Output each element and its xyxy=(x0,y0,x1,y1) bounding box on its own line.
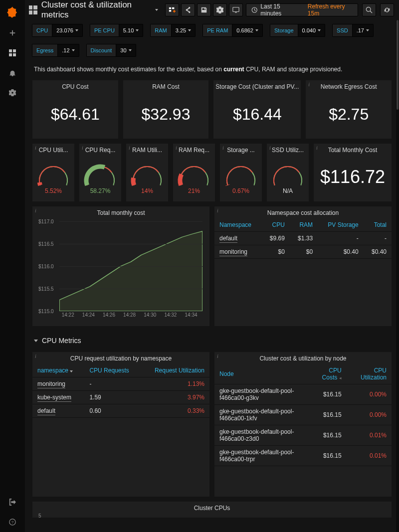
cell-cost: $16.15 xyxy=(308,446,347,466)
scrollbar[interactable] xyxy=(396,20,399,532)
var-value[interactable]: 3.25 xyxy=(171,24,196,37)
panel-gauge-storage[interactable]: iStorage ...0.67% xyxy=(219,143,262,202)
table-row[interactable]: gke-guestbook-default-pool-f466ca00-g3kv… xyxy=(214,384,392,405)
info-icon[interactable]: i xyxy=(35,145,36,151)
info-icon[interactable]: i xyxy=(216,82,217,87)
table-row[interactable]: gke-guestbook-default-pool-f466ca00-1kfv… xyxy=(214,405,392,425)
col-cpu-util[interactable]: CPU Utilization xyxy=(347,364,392,384)
info-icon[interactable]: i xyxy=(129,145,130,151)
col-cpu[interactable]: CPU xyxy=(262,218,290,232)
col-pv[interactable]: PV Storage xyxy=(318,218,364,232)
y-tick: 5 xyxy=(38,513,41,519)
col-namespace[interactable]: Namespace xyxy=(214,218,262,232)
panel-cluster-cpus[interactable]: Cluster CPUs 5 xyxy=(32,501,392,518)
cell-namespace[interactable]: kube-system xyxy=(32,391,84,404)
panel-gauge-ram-req[interactable]: iRAM Req...21% xyxy=(173,143,215,202)
dashboard-title[interactable]: Cluster cost & utilization metrics xyxy=(41,0,158,20)
var-value[interactable]: 0.6862 xyxy=(232,24,263,37)
panel-gauge-ram-util[interactable]: iRAM Utili...14% xyxy=(126,143,169,202)
info-icon[interactable]: i xyxy=(35,208,36,213)
panel-cpu-cost[interactable]: CPU Cost $64.61 xyxy=(32,80,119,139)
refresh-button[interactable] xyxy=(380,3,394,16)
var-value[interactable]: .17 xyxy=(352,24,374,37)
table-row[interactable]: kube-system1.593.97% xyxy=(32,391,209,404)
table-row[interactable]: monitoring-1.13% xyxy=(32,377,209,391)
panel-cost-by-node[interactable]: i Cluster cost & utilization by node Nod… xyxy=(214,352,392,497)
col-cpu-costs[interactable]: CPU Costs ◂ xyxy=(308,364,347,384)
panel-cpu-request-util[interactable]: i CPU request utilization by namespace n… xyxy=(32,352,210,497)
dashboard-settings-button[interactable] xyxy=(213,3,227,16)
grafana-logo[interactable] xyxy=(2,3,22,23)
panel-total-monthly-cost-chart[interactable]: i Total monthly cost $115.0$115.5$116.0$… xyxy=(32,206,210,327)
col-total[interactable]: Total xyxy=(364,218,392,232)
var-value[interactable]: 23.076 xyxy=(52,24,83,37)
table-row[interactable]: gke-guestbook-default-pool-f466ca00-z3d0… xyxy=(214,425,392,446)
col-cpu-requests[interactable]: CPU Requests xyxy=(84,364,141,377)
dashboards-icon[interactable] xyxy=(2,43,22,63)
add-icon[interactable] xyxy=(2,23,22,43)
settings-icon[interactable] xyxy=(2,83,22,103)
panel-gauge-cpu-req[interactable]: iCPU Req...58.27% xyxy=(79,143,122,202)
panel-total-monthly-cost[interactable]: iTotal Monthly Cost$116.72 xyxy=(313,143,392,202)
var-value[interactable]: 30 xyxy=(116,44,136,57)
cell-namespace[interactable]: monitoring xyxy=(32,377,84,391)
cell-namespace[interactable]: monitoring xyxy=(214,245,262,259)
col-ram[interactable]: RAM xyxy=(290,218,318,232)
scrollbar-thumb[interactable] xyxy=(397,20,399,110)
panel-egress-cost[interactable]: i Network Egress Cost $2.75 xyxy=(305,80,392,139)
signout-icon[interactable] xyxy=(2,492,22,512)
var-label: Discount xyxy=(86,44,116,57)
info-icon[interactable]: i xyxy=(269,145,271,151)
alerts-icon[interactable] xyxy=(2,63,22,83)
panel-gauge-ssd[interactable]: iSSD Utiliz...N/A xyxy=(266,143,309,202)
table-row[interactable]: default$9.69$1.33-- xyxy=(214,232,392,245)
dashboards-switcher-icon[interactable] xyxy=(29,5,37,14)
table-row[interactable]: gke-guestbook-default-pool-f466ca00-trpr… xyxy=(214,446,392,466)
panel-ram-cost[interactable]: RAM Cost $32.93 xyxy=(123,80,209,139)
var-cpu[interactable]: CPU23.076 xyxy=(32,24,83,37)
cell-namespace[interactable]: default xyxy=(32,404,84,418)
panel-namespace-cost[interactable]: i Namespace cost allocation Namespace CP… xyxy=(214,206,392,327)
var-storage[interactable]: Storage0.040 xyxy=(270,24,325,37)
var-pe-cpu[interactable]: PE CPU5.10 xyxy=(90,24,143,37)
info-icon[interactable]: i xyxy=(217,354,218,359)
sort-desc-icon xyxy=(70,370,73,372)
info-icon[interactable]: i xyxy=(308,82,310,87)
info-icon[interactable]: i xyxy=(176,145,177,151)
save-button[interactable] xyxy=(197,3,211,16)
table-row[interactable]: monitoring$0$0$0.40$0.40 xyxy=(214,245,392,259)
var-pe-ram[interactable]: PE RAM0.6862 xyxy=(202,24,263,37)
dashboard-description: This dashboard shows monthly cost estima… xyxy=(25,59,399,80)
panel-storage-cost[interactable]: i Storage Cost (Cluster and PV... $16.44 xyxy=(213,80,301,139)
var-ssd[interactable]: SSD.17 xyxy=(332,24,374,37)
share-button[interactable] xyxy=(181,3,195,16)
var-value[interactable]: 5.10 xyxy=(119,24,143,37)
cell-total: $0.40 xyxy=(364,245,392,259)
cell-cost: $16.15 xyxy=(308,384,347,405)
var-egress[interactable]: Egress.12 xyxy=(32,44,79,57)
info-icon[interactable]: i xyxy=(316,145,318,151)
var-value[interactable]: .12 xyxy=(57,44,79,57)
info-icon[interactable]: i xyxy=(82,145,83,151)
col-node[interactable]: Node xyxy=(214,364,308,384)
zoom-out-button[interactable] xyxy=(362,3,376,16)
help-icon[interactable]: ? xyxy=(2,512,22,532)
var-discount[interactable]: Discount30 xyxy=(86,44,136,57)
cell-namespace[interactable]: default xyxy=(214,232,262,245)
time-picker[interactable]: Last 15 minutes Refresh every 15m xyxy=(246,3,358,16)
panel-gauge-cpu-util[interactable]: iCPU Utili...5.52% xyxy=(32,143,75,202)
var-value[interactable]: 0.040 xyxy=(298,24,326,37)
row-cpu-metrics[interactable]: CPU Metrics xyxy=(32,331,392,348)
col-req-util[interactable]: Request Utilization xyxy=(141,364,209,377)
add-panel-icon xyxy=(169,6,176,14)
x-tick: 14:24 xyxy=(82,312,95,318)
col-namespace[interactable]: namespace xyxy=(32,364,84,377)
info-icon[interactable]: i xyxy=(35,354,36,359)
cell-req-util: 1.13% xyxy=(141,377,209,391)
table-row[interactable]: default0.600.33% xyxy=(32,404,209,418)
info-icon[interactable]: i xyxy=(217,208,218,213)
add-panel-button[interactable] xyxy=(165,3,179,16)
kiosk-button[interactable] xyxy=(229,3,243,16)
var-ram[interactable]: RAM3.25 xyxy=(150,24,196,37)
info-icon[interactable]: i xyxy=(222,145,224,151)
